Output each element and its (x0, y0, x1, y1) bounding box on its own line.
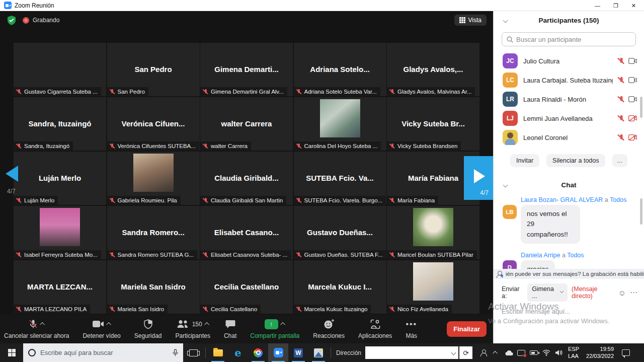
photos-button[interactable] (308, 343, 329, 362)
participant-tile[interactable]: Isabel Ferreyra Suteba Mo... (14, 206, 106, 259)
wifi-button[interactable] (540, 349, 552, 356)
address-input[interactable] (368, 349, 452, 356)
chevron-up-icon[interactable] (40, 322, 45, 327)
participant-row[interactable]: LR Laura Rinaldi - Morón (494, 90, 644, 109)
participant-tile[interactable]: Mariela San Isidro Mariela San Isidro (107, 260, 200, 314)
participant-search[interactable] (502, 32, 636, 46)
next-page-button[interactable]: 4/7 (464, 156, 493, 200)
participant-tile[interactable]: Luján Merlo Luján Merlo (14, 152, 106, 205)
participant-row[interactable]: LJ Lemmi Juan Avellaneda (494, 109, 644, 128)
chevron-up-icon[interactable] (106, 322, 111, 327)
taskbar-search-input[interactable] (40, 349, 168, 356)
unmute-button[interactable]: Cancelar silenciar ahora (4, 319, 69, 339)
chat-more-button[interactable]: ⋯ (630, 288, 638, 297)
security-shield-icon[interactable] (7, 15, 17, 25)
battery-button[interactable] (528, 350, 539, 355)
participants-button[interactable]: 150 Participantes (176, 319, 210, 339)
participant-tile[interactable]: MARTA LEZCAN... MARTA LEZCANO PILA (14, 260, 106, 314)
volume-button[interactable] (553, 349, 565, 356)
chevron-up-icon[interactable] (204, 322, 209, 327)
apps-button[interactable]: Aplicaciones (358, 319, 392, 339)
invite-button[interactable]: Invitar (510, 154, 539, 167)
word-button[interactable]: W (288, 343, 308, 362)
more-button[interactable]: ••• Más (406, 319, 417, 339)
participant-tile[interactable]: Verónica Cifuen... Verónica Cifuentes SU… (107, 97, 200, 151)
stop-video-button[interactable]: Detener vídeo (83, 319, 120, 339)
close-button[interactable]: ✕ (631, 1, 636, 11)
view-button[interactable]: Vista (454, 15, 487, 26)
chrome-button[interactable] (248, 343, 268, 362)
security-button[interactable]: Seguridad (134, 319, 162, 339)
end-meeting-button[interactable]: Finalizar (447, 321, 487, 337)
task-view-button[interactable] (183, 343, 203, 362)
tile-display-name: SUTEBA Fcio. Va... (296, 174, 384, 182)
restore-button[interactable]: ❐ (613, 1, 618, 11)
action-center-button[interactable] (617, 343, 634, 362)
participant-tile[interactable]: Claudia Giribald... Claudia Giribaldi Sa… (200, 152, 293, 205)
search-input[interactable] (516, 36, 631, 43)
chevron-down-icon[interactable] (503, 18, 508, 23)
participant-tile[interactable]: Gustavo Dueñas... Gustavo Dueñas. SUTEBA… (294, 206, 386, 259)
edge-button[interactable]: e (228, 343, 248, 362)
start-button[interactable] (0, 343, 23, 362)
chat-scrollbar[interactable] (640, 198, 642, 225)
language-indicator[interactable]: ESP LAA (568, 343, 579, 362)
people-tray-button[interactable] (477, 349, 489, 356)
participant-tile[interactable]: Gabriela Roumieu. Pila (107, 152, 200, 205)
previous-page-button[interactable]: 4/7 (6, 166, 18, 195)
participant-row[interactable]: Leonel Coronel (494, 128, 644, 147)
participant-row[interactable]: JC Julio Cultura (494, 51, 644, 70)
reactions-button[interactable]: Reacciones (313, 319, 345, 339)
participant-video (320, 99, 360, 137)
participant-tile[interactable]: Marcela Kukuc I... Marcela Kukuc Ituzain… (294, 260, 386, 314)
onedrive-button[interactable] (503, 350, 514, 356)
participant-tile[interactable]: Elisabet Casano... Elisabet Casanova Sut… (200, 206, 293, 259)
participant-tile[interactable]: Nico Fiz Avellaneda (387, 260, 479, 314)
emoji-button[interactable]: ☺ (618, 288, 626, 297)
arrow-right-icon (474, 169, 485, 183)
participant-tile[interactable]: Gladys Avalos,... Gladys Avalos, Malvina… (387, 43, 479, 96)
participant-tile[interactable]: Sandra Romero... Sandra Romero SUTEBA G.… (107, 206, 200, 259)
share-screen-button[interactable]: ↑ Compartir pantalla (250, 319, 299, 339)
participant-row[interactable]: LC Laura Carbajal. Suteba Ituzaingó (494, 70, 644, 90)
chevron-down-icon[interactable] (451, 350, 456, 355)
participant-tile[interactable]: SUTEBA Fcio. Va... SUTEBA Fcio. Varela. … (294, 152, 386, 205)
participant-tile[interactable]: Cecilia Castellano Cecilia Castellano (200, 260, 293, 314)
taskbar-clock[interactable]: 19:59 22/03/2022 (586, 343, 614, 362)
chat-message-input[interactable] (502, 308, 636, 315)
file-explorer-button[interactable] (208, 343, 228, 362)
participant-tile[interactable]: Maricel Boulan SUTEBA Pilar (387, 206, 479, 259)
show-hidden-icons-button[interactable] (490, 351, 502, 354)
participant-tile[interactable]: San Pedro San Pedro (107, 43, 200, 96)
reactions-smiley-icon (324, 319, 335, 329)
recipient-name[interactable]: Todos (610, 196, 626, 203)
minimize-button[interactable]: — (595, 1, 600, 11)
sender-name[interactable]: Laura Bozan- GRAL ALVEAR (521, 196, 603, 203)
participant-tile[interactable]: walter Carrera walter Carrera (200, 97, 293, 151)
chevron-down-icon[interactable] (503, 183, 508, 188)
zoom-taskbar-button[interactable] (268, 343, 288, 362)
participant-tile[interactable]: Gustavo Cigarreta Suteba ... (14, 43, 106, 96)
participant-tile[interactable]: Carolina Del Hoyo Suteba ... (294, 97, 386, 151)
tile-nameplate-text: Maricel Boulan SUTEBA Pilar (397, 252, 473, 258)
security-notification-button[interactable] (515, 350, 527, 356)
taskbar-search[interactable] (23, 343, 183, 362)
chevron-up-icon[interactable] (280, 322, 285, 327)
meeting-toolbar: Cancelar silenciar ahora Detener vídeo S… (0, 315, 493, 343)
participant-tile[interactable]: Adriana Sotelo... Adriana Sotelo Suteba … (294, 43, 386, 96)
participant-tile[interactable]: Sandra, Ituzaingó Sandra, Ituzaingó (14, 97, 106, 151)
sender-name[interactable]: Daniela Arripe (521, 252, 560, 259)
address-go-button[interactable]: ⟳ (459, 346, 472, 359)
recipient-dropdown[interactable]: Gimena ... (527, 283, 568, 302)
participants-scrollbar[interactable] (640, 97, 642, 118)
participant-tile[interactable]: Gimena Demarti... Gimena Demartini Gral … (200, 43, 293, 96)
search-mic-icon[interactable] (173, 349, 178, 356)
tile-nameplate: Adriana Sotelo Suteba Var... (294, 87, 380, 96)
recipient-name[interactable]: Todos (567, 252, 584, 259)
participant-tile[interactable]: Vicky Suteba Br... Vicky Suteba Brandsen (387, 97, 479, 151)
address-input-wrap[interactable] (365, 346, 458, 359)
participants-more-button[interactable]: ... (612, 154, 627, 167)
recording-indicator[interactable]: Grabando (23, 17, 59, 24)
chat-button[interactable]: Chat (224, 319, 236, 339)
mute-all-button[interactable]: Silenciar a todos (546, 154, 605, 167)
